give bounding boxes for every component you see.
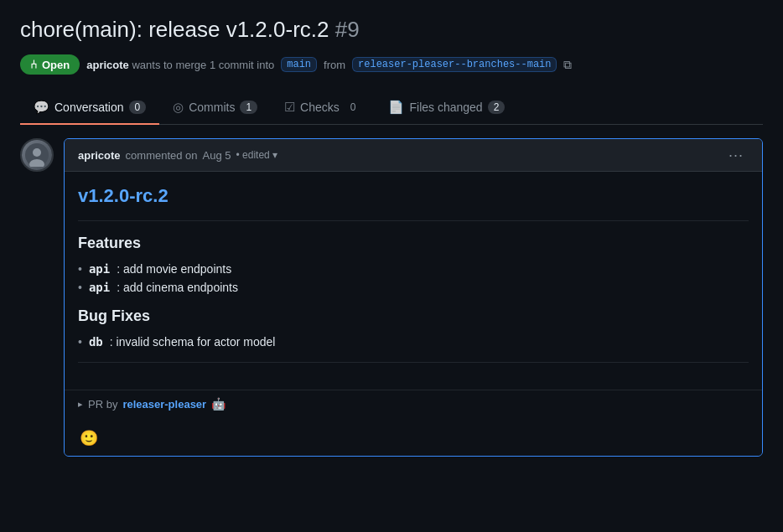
checks-icon: ☑ xyxy=(284,100,295,115)
bugfixes-heading: Bug Fixes xyxy=(78,307,749,325)
pr-title: chore(main): release v1.2.0-rc.2 #9 xyxy=(20,17,763,43)
bugfix-text-1: : invalid schema for actor model xyxy=(110,335,276,349)
comment-author[interactable]: apricote xyxy=(78,149,121,162)
from-label: from xyxy=(324,59,345,71)
chevron-down-icon: ▾ xyxy=(272,149,277,161)
tabs-bar: 💬 Conversation 0 ◎ Commits 1 ☑ Checks 0 … xyxy=(20,91,763,125)
tab-conversation-label: Conversation xyxy=(54,101,124,114)
avatar-placeholder xyxy=(22,140,52,170)
pr-author: apricote wants to merge 1 commit into xyxy=(86,59,274,71)
pr-number: #9 xyxy=(335,17,360,42)
list-item: api: add movie endpoints xyxy=(78,262,749,276)
section-divider-1 xyxy=(78,220,749,221)
author-name: apricote xyxy=(86,59,129,71)
toggle-expand-icon[interactable]: ▸ xyxy=(78,399,83,410)
comment-date: Aug 5 xyxy=(203,149,231,162)
pr-by-label: PR by xyxy=(88,398,117,411)
target-branch-tag[interactable]: main xyxy=(281,57,317,72)
tab-conversation[interactable]: 💬 Conversation 0 xyxy=(20,91,159,125)
comment-footer: ▸ PR by releaser-pleaser 🤖 xyxy=(65,390,762,421)
source-branch-tag[interactable]: releaser-pleaser--branches--main xyxy=(352,57,557,72)
feature-text-2: : add cinema endpoints xyxy=(117,281,238,294)
bugfix-code-1: db xyxy=(89,335,103,349)
emoji-reaction-button[interactable]: 🙂 xyxy=(78,427,100,449)
copy-icon[interactable]: ⧉ xyxy=(563,58,572,72)
tab-conversation-badge: 0 xyxy=(129,101,147,114)
tab-checks[interactable]: ☑ Checks 0 xyxy=(271,91,375,125)
tab-commits-badge: 1 xyxy=(240,101,257,114)
tab-files-changed[interactable]: 📄 Files changed 2 xyxy=(375,91,518,125)
feature-code-2: api xyxy=(89,281,110,294)
tab-files-label: Files changed xyxy=(409,101,482,114)
release-title: v1.2.0-rc.2 xyxy=(78,185,749,207)
merge-icon: ⑃ xyxy=(30,58,37,71)
page-wrapper: chore(main): release v1.2.0-rc.2 #9 ⑃ Op… xyxy=(0,0,783,473)
commits-icon: ◎ xyxy=(173,100,184,115)
status-text: Open xyxy=(42,59,70,71)
comment-card: apricote commented on Aug 5 • edited ▾ ·… xyxy=(64,138,763,457)
list-item: api: add cinema endpoints xyxy=(78,281,749,294)
pr-title-text: chore(main): release v1.2.0-rc.2 xyxy=(20,17,329,42)
tab-commits-label: Commits xyxy=(189,101,235,114)
more-menu-button[interactable]: ··· xyxy=(723,146,749,164)
tab-commits[interactable]: ◎ Commits 1 xyxy=(159,91,271,125)
comment-header: apricote commented on Aug 5 • edited ▾ ·… xyxy=(65,139,762,172)
open-badge: ⑃ Open xyxy=(20,54,80,75)
feature-code-1: api xyxy=(89,262,110,276)
features-heading: Features xyxy=(78,235,749,252)
section-divider-2 xyxy=(78,362,749,363)
robot-emoji: 🤖 xyxy=(211,397,226,411)
tab-checks-label: Checks xyxy=(300,101,340,114)
comment-wrapper: apricote commented on Aug 5 • edited ▾ ·… xyxy=(20,138,763,457)
tab-files-badge: 2 xyxy=(488,101,506,114)
comment-body: v1.2.0-rc.2 Features api: add movie endp… xyxy=(65,172,762,390)
avatar xyxy=(20,138,54,172)
svg-point-1 xyxy=(33,148,41,157)
conversation-thread: apricote commented on Aug 5 • edited ▾ ·… xyxy=(20,138,763,457)
conversation-icon: 💬 xyxy=(34,100,49,115)
comment-header-right: ··· xyxy=(723,146,749,164)
tab-checks-badge: 0 xyxy=(345,101,362,114)
merge-description: wants to merge 1 commit into xyxy=(132,59,274,71)
pr-by-link[interactable]: releaser-pleaser xyxy=(122,398,206,411)
comment-header-left: apricote commented on Aug 5 • edited ▾ xyxy=(78,149,277,162)
pr-subtitle: ⑃ Open apricote wants to merge 1 commit … xyxy=(20,54,763,75)
comment-action: commented on xyxy=(126,149,198,162)
feature-text-1: : add movie endpoints xyxy=(117,262,231,276)
main-content: apricote commented on Aug 5 • edited ▾ ·… xyxy=(20,125,763,457)
pr-by-line: ▸ PR by releaser-pleaser 🤖 xyxy=(78,397,749,411)
edited-label: • edited xyxy=(236,149,270,161)
bugfixes-list: db: invalid schema for actor model xyxy=(78,335,749,349)
edited-dropdown[interactable]: • edited ▾ xyxy=(236,149,277,161)
features-list: api: add movie endpoints api: add cinema… xyxy=(78,262,749,294)
files-icon: 📄 xyxy=(388,100,404,115)
comment-actions: 🙂 xyxy=(65,421,762,456)
list-item: db: invalid schema for actor model xyxy=(78,335,749,349)
